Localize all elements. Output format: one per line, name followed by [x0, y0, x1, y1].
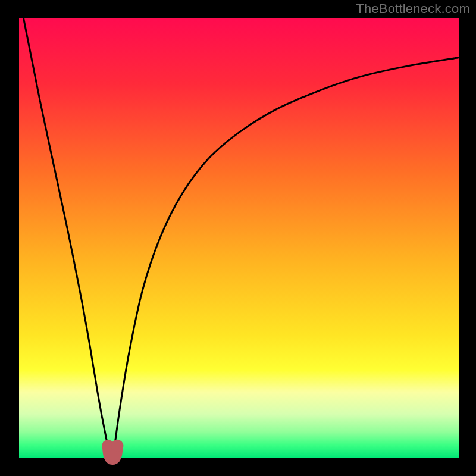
watermark-text: TheBottleneck.com [356, 1, 470, 17]
chart-container: TheBottleneck.com [0, 0, 476, 476]
optimum-marker-right [111, 440, 123, 452]
chart-svg [0, 0, 476, 476]
plot-background [19, 18, 459, 458]
